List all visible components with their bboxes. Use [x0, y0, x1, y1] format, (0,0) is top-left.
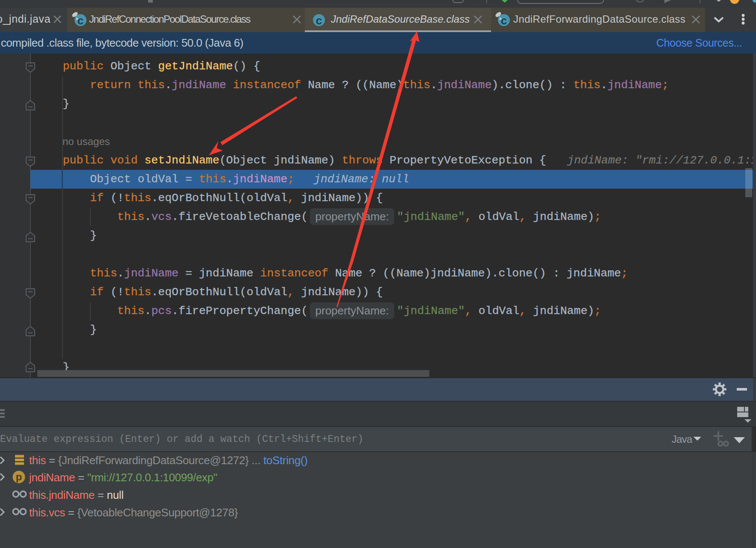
svg-text:c: c: [77, 14, 83, 27]
svg-text:c: c: [501, 14, 507, 27]
svg-text:c: c: [316, 14, 322, 27]
svg-text:p: p: [16, 471, 22, 483]
